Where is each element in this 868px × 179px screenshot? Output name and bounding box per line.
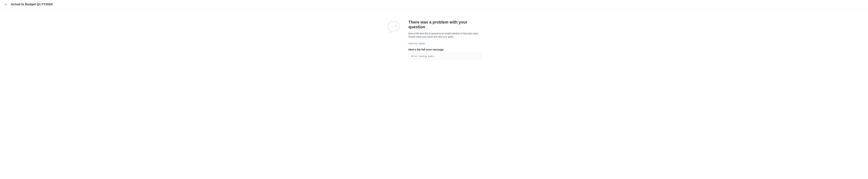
back-arrow-icon[interactable]: [4, 3, 8, 6]
toggle-error-details-link[interactable]: Hide error details: [408, 42, 425, 45]
error-description: Most of the time this is caused by an in…: [408, 32, 482, 38]
error-body: There was a problem with your question M…: [408, 20, 482, 60]
error-container: There was a problem with your question M…: [386, 20, 482, 60]
content-area: There was a problem with your question M…: [0, 9, 868, 60]
page-header: Actual to Budget Q1 FY2024: [0, 0, 868, 9]
error-title: There was a problem with your question: [408, 20, 482, 29]
error-message-heading: Here's the full error message: [408, 48, 482, 51]
svg-point-3: [396, 28, 396, 29]
speech-bubble-question-icon: [386, 20, 401, 35]
error-message-box: Error running query: [408, 53, 482, 60]
svg-point-1: [391, 27, 392, 27]
page-title: Actual to Budget Q1 FY2024: [11, 3, 53, 6]
svg-point-2: [393, 27, 393, 27]
